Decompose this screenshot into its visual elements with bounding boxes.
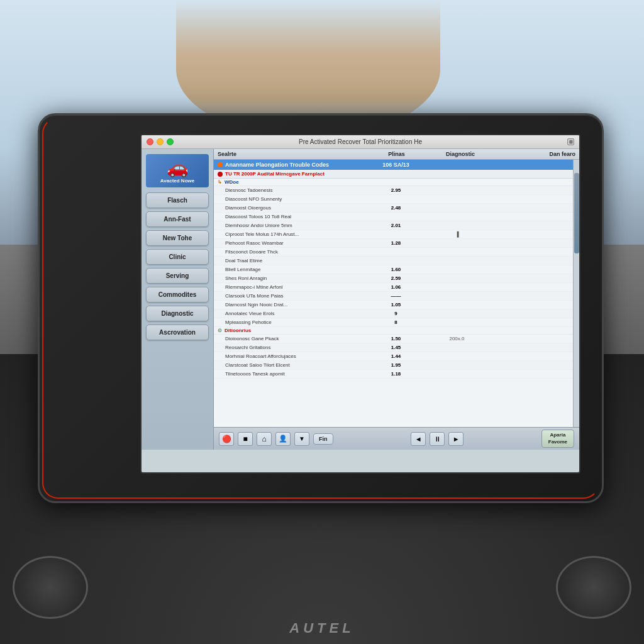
minimize-button[interactable] <box>157 138 164 145</box>
highlighted-row[interactable]: Ananname Plaongation Trouble Codes 106 S… <box>214 160 579 170</box>
table-row[interactable]: Diascoost Toloos 10 To8 Real <box>214 213 579 221</box>
autel-device: Pre Activated Recover Total Prioritizati… <box>38 113 604 503</box>
app-sidebar: 🚗 Avacted Nowe Flasch Ann-Fast New Tohe … <box>142 149 214 450</box>
person-icon[interactable]: 👤 <box>275 432 291 446</box>
table-row[interactable]: Doal Traal Etime <box>214 257 579 265</box>
sidebar-item-ann-fast[interactable]: Ann-Fast <box>146 211 209 227</box>
pause-icon[interactable]: ⏸ <box>430 432 445 446</box>
main-content-area: Sealrte Plinas Diagnostic Dan fearo Anan… <box>214 149 579 450</box>
subheader-label: TU TR 2000P Audital Mirncgave Farnplact <box>225 171 325 177</box>
fin-button[interactable]: Fin <box>313 433 333 445</box>
maximize-button[interactable] <box>167 138 174 145</box>
orange-dot-icon <box>218 162 223 167</box>
section-wd-label: WDoe <box>225 179 239 185</box>
orange-dot-2-icon <box>218 172 223 177</box>
window-title: Pre Activated Recover Total Prioritizati… <box>299 138 422 145</box>
table-row[interactable]: Reosarchi Gritations 1.45 <box>214 343 579 352</box>
screen-content: 🚗 Avacted Nowe Flasch Ann-Fast New Tohe … <box>142 149 579 450</box>
table-row[interactable]: Filscoonct Dooare Thck <box>214 248 579 257</box>
close-button[interactable] <box>147 138 153 145</box>
table-row[interactable]: Ciproost Tele Molus 174h Arust... ▐ <box>214 230 579 239</box>
arrow-down-icon[interactable]: ▼ <box>294 432 309 446</box>
brand-label: AUTEL <box>289 620 354 636</box>
subheader-row: TU TR 2000P Audital Mirncgave Farnplact <box>214 170 579 179</box>
col-header-name: Sealrte <box>218 151 371 157</box>
table-row[interactable]: Diascoost NFO Sunnenty <box>214 195 579 204</box>
left-gauge <box>13 556 88 619</box>
blood-drop-icon[interactable]: 🔴 <box>219 432 234 446</box>
title-bar: Pre Activated Recover Total Prioritizati… <box>142 135 579 149</box>
car-widget[interactable]: 🚗 Avacted Nowe <box>146 154 209 187</box>
table-row[interactable]: Morhnial Roacoart Afforclujaces 1.44 <box>214 352 579 361</box>
sidebar-item-diagnostic[interactable]: Diagnostic <box>146 306 209 321</box>
bottom-toolbar: 🔴 ■ ⌂ 👤 ▼ Fin <box>214 427 579 450</box>
sidebar-item-serving[interactable]: Serving <box>146 268 209 284</box>
table-row[interactable]: Dioioonosc Gane Pkack 1.50 200x.0 <box>214 335 579 343</box>
scrollbar-thumb[interactable] <box>574 173 579 253</box>
house-icon[interactable]: ⌂ <box>257 432 272 446</box>
right-gauge <box>556 556 631 619</box>
table-row[interactable]: Shes Ronl Anragin 2.59 <box>214 274 579 283</box>
sidebar-item-clinic[interactable]: Clinic <box>146 249 209 265</box>
highlighted-row-label: Ananname Plaongation Trouble Codes <box>225 162 372 168</box>
table-row[interactable]: Rlemmapoc-i Mtine Arfonl 1.06 <box>214 283 579 292</box>
next-icon[interactable]: ► <box>448 432 464 446</box>
sidebar-item-flash[interactable]: Flasch <box>146 192 209 208</box>
sidebar-item-commodities[interactable]: Commodites <box>146 287 209 303</box>
column-headers: Sealrte Plinas Diagnostic Dan fearo <box>214 149 579 160</box>
table-row[interactable]: Plehoost Rasoc Weambar 1.28 <box>214 239 579 248</box>
table-row[interactable]: Clarsook UTa Mone Paias —— <box>214 292 579 301</box>
table-row[interactable]: Mpleassing Pehotice 8 <box>214 318 579 327</box>
aparia-favome-button[interactable]: ApariaFavome <box>541 430 574 448</box>
camera-icon[interactable]: ■ <box>238 432 253 446</box>
expand-icon[interactable]: ⊞ <box>567 138 574 145</box>
sidebar-item-new-tohe[interactable]: New Tohe <box>146 230 209 246</box>
section-wd: ↳ WDoe <box>214 179 579 186</box>
col-header-date: Dan fearo <box>499 151 575 157</box>
section-diag-label: Ditioonrius <box>225 328 251 333</box>
col-header-price: Plinas <box>371 151 422 157</box>
window-controls <box>147 138 174 145</box>
highlighted-row-value: 106 SA/13 <box>372 162 421 168</box>
device-screen: Pre Activated Recover Total Prioritizati… <box>140 134 580 474</box>
table-row[interactable]: Annotalec Vieue Erols 9 <box>214 309 579 318</box>
prev-icon[interactable]: ◄ <box>411 432 426 446</box>
table-row[interactable]: Diamoost Oioergous 2.48 <box>214 204 579 213</box>
table-row[interactable]: Clarstcoat Saloo Tilort Elcent 1.95 <box>214 361 579 370</box>
section-diagnostics: ⊙ Ditioonrius <box>214 327 579 335</box>
col-header-diagnostic: Diagnostic <box>422 151 499 157</box>
table-row[interactable]: Diemhoosr Andoi Uniore 5mm 2.01 <box>214 221 579 230</box>
scrollbar[interactable] <box>573 160 579 427</box>
car-label: Avacted Nowe <box>149 178 206 184</box>
sidebar-item-ascrovation[interactable]: Ascrovation <box>146 325 209 340</box>
table-row[interactable]: Bliell Lenmitage 1.60 <box>214 265 579 274</box>
table-row[interactable]: Dlarncost Ngin Nooic Drat... 1.05 <box>214 301 579 309</box>
data-table: Ananname Plaongation Trouble Codes 106 S… <box>214 160 579 427</box>
table-row[interactable]: Diesnosc Tadoenesis 2.95 <box>214 186 579 195</box>
hardware-sidebar <box>46 134 134 474</box>
car-icon: 🚗 <box>149 157 206 178</box>
table-row[interactable]: Tilnetoooos Tanesk apomit 1.18 <box>214 370 579 379</box>
